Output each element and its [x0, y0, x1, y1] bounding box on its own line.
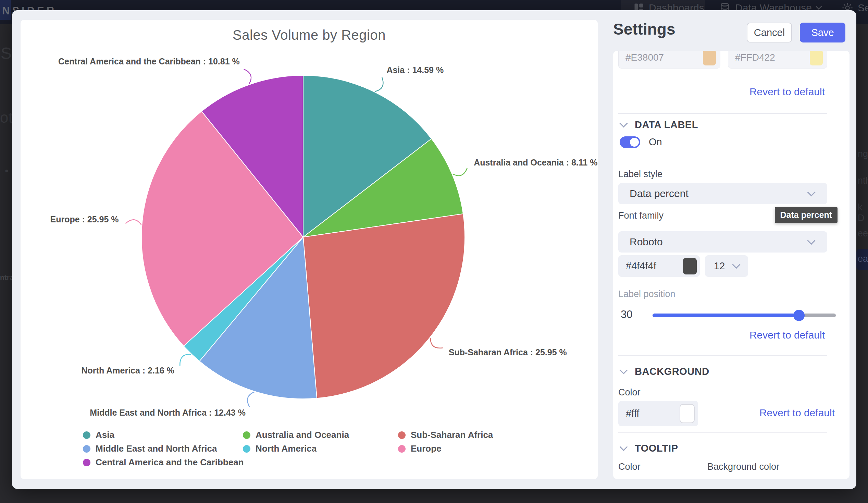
font-color-value: #4f4f4f [618, 260, 683, 272]
data-label-toggle[interactable] [620, 136, 640, 148]
settings-card: #E38007 #FFD422 Revert to default DATA L… [613, 51, 849, 479]
pie-data-label: Australia and Oceania : 8.11 % [474, 157, 597, 167]
font-size-value: 12 [705, 260, 733, 272]
divider [618, 432, 827, 433]
settings-panel: Settings Cancel Save #E38007 #FFD422 Rev… [608, 10, 856, 489]
legend-marker [83, 459, 91, 466]
tooltip-bg-color-label: Background color [707, 462, 779, 472]
label-leader-line [375, 78, 383, 92]
screen: NSIDER Dashboards Data Warehouse Se Sal … [0, 0, 868, 503]
label-style-dropdown[interactable]: Data percent [618, 183, 827, 204]
label-position-label: Label position [618, 289, 675, 299]
toggle-knob [630, 138, 639, 147]
pie-data-label: Middle East and North Africa : 12.43 % [90, 408, 246, 417]
chart-card: Asia : 14.59 %Australia and Oceania : 8.… [21, 20, 598, 479]
bg-fragment-week: eek [858, 228, 868, 239]
series-color-value-2: #FFD422 [728, 52, 810, 63]
legend-item-middle-east-and-north-africa[interactable]: Middle East and North Africa [83, 444, 243, 453]
bg-fragment-year: ear [858, 254, 868, 264]
background-color-label: Color [618, 387, 641, 398]
data-label-section-header[interactable]: DATA LABEL [621, 119, 698, 131]
chevron-down-icon [619, 119, 628, 127]
legend-item-australia-and-oceania[interactable]: Australia and Oceania [243, 430, 398, 440]
background-section-title: BACKGROUND [635, 366, 710, 377]
background-color-input[interactable]: #fff [618, 401, 698, 426]
cancel-button[interactable]: Cancel [747, 23, 792, 42]
divider [618, 113, 827, 114]
legend-item-europe[interactable]: Europe [398, 444, 493, 453]
legend-label: Sub-Saharan Africa [411, 430, 493, 440]
legend-label: Asia [95, 430, 114, 440]
label-leader-line [180, 354, 191, 366]
settings-modal: Asia : 14.59 %Australia and Oceania : 8.… [12, 10, 856, 489]
pie-data-label: Sub-Saharan Africa : 25.95 % [449, 347, 567, 357]
revert-series-colors-link[interactable]: Revert to default [750, 86, 825, 97]
bg-fragment-bullet: ● [5, 167, 9, 174]
legend-label: Europe [411, 443, 442, 454]
chevron-down-icon [816, 3, 822, 10]
panel-title: Settings [613, 20, 675, 38]
label-style-value: Data percent [618, 188, 808, 199]
legend-item-sub-saharan-africa[interactable]: Sub-Saharan Africa [398, 430, 493, 440]
series-color-input-1[interactable]: #E38007 [618, 51, 720, 69]
label-leader-line [126, 220, 142, 225]
font-family-label: Font family [618, 211, 663, 221]
legend-item-central-america-and-the-caribbean[interactable]: Central America and the Caribbean [83, 458, 243, 467]
legend-marker [398, 445, 405, 453]
data-label-section-title: DATA LABEL [635, 119, 698, 131]
pie-slice-sub-saharan-africa[interactable] [303, 214, 465, 398]
legend-item-north-america[interactable]: North America [243, 444, 398, 453]
series-color-value-1: #E38007 [619, 52, 703, 63]
legend-marker [398, 431, 405, 439]
nav-settings-label: Se [858, 2, 868, 14]
chart-legend: AsiaAustralia and OceaniaSub-Saharan Afr… [83, 430, 493, 467]
divider [618, 355, 827, 356]
bg-fragment-month: nth [858, 175, 868, 186]
legend-item-asia[interactable]: Asia [83, 430, 243, 440]
pie-data-label: Europe : 25.95 % [50, 215, 118, 224]
save-button[interactable]: Save [800, 23, 845, 42]
label-style-tooltip: Data percent [775, 207, 837, 223]
font-color-input[interactable]: #4f4f4f [618, 255, 700, 277]
legend-label: Central America and the Caribbean [95, 457, 244, 468]
chevron-down-icon [807, 188, 815, 196]
series-color-input-2[interactable]: #FFD422 [728, 51, 827, 69]
background-color-swatch[interactable] [680, 404, 695, 423]
font-color-swatch[interactable] [683, 258, 697, 275]
series-color-swatch-2[interactable] [810, 51, 823, 65]
chevron-down-icon [619, 443, 628, 451]
legend-marker [243, 431, 250, 439]
chevron-down-icon [619, 366, 628, 374]
legend-marker [83, 431, 91, 439]
slider-fill [652, 314, 799, 317]
revert-background-link[interactable]: Revert to default [760, 407, 835, 419]
font-size-select[interactable]: 12 [705, 255, 748, 277]
tooltip-color-label: Color [618, 462, 641, 472]
bg-fragment-range: nge [858, 149, 868, 159]
label-leader-line [453, 168, 467, 176]
pie-chart[interactable]: Asia : 14.59 %Australia and Oceania : 8.… [21, 20, 598, 479]
label-style-label: Label style [618, 169, 662, 179]
pie-data-label: North America : 2.16 % [82, 366, 174, 375]
font-family-dropdown[interactable]: Roboto [618, 231, 827, 253]
legend-marker [243, 445, 250, 453]
chevron-down-icon [732, 260, 740, 269]
background-color-value: #fff [618, 408, 680, 419]
label-leader-line [244, 69, 251, 84]
legend-label: Australia and Oceania [256, 430, 349, 440]
toggle-state-label: On [649, 136, 662, 148]
font-family-value: Roboto [618, 236, 808, 248]
pie-data-label: Asia : 14.59 % [386, 65, 444, 75]
revert-data-label-link[interactable]: Revert to default [750, 329, 825, 341]
legend-label: North America [256, 443, 317, 454]
chevron-down-icon [807, 236, 815, 245]
series-color-swatch-1[interactable] [703, 51, 716, 65]
slider-thumb[interactable] [793, 310, 805, 321]
legend-label: Middle East and North Africa [95, 443, 217, 454]
bg-fragment-day: k D [858, 202, 868, 223]
label-position-value: 30 [621, 308, 632, 321]
background-section-header[interactable]: BACKGROUND [621, 366, 710, 377]
label-leader-line [430, 338, 443, 348]
label-position-slider-track[interactable] [652, 314, 836, 317]
tooltip-section-header[interactable]: TOOLTIP [621, 443, 678, 454]
